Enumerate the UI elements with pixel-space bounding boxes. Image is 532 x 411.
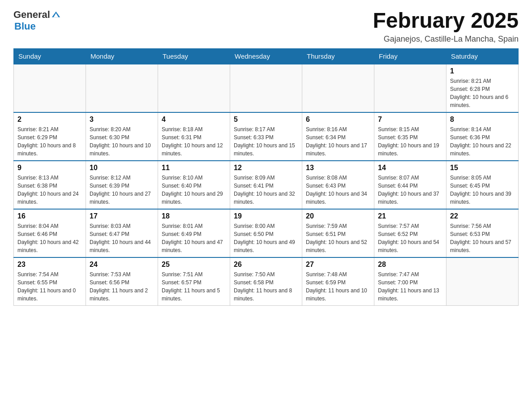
calendar-day: 25Sunrise: 7:51 AM Sunset: 6:57 PM Dayli… (158, 257, 230, 306)
col-sunday: Sunday (14, 48, 86, 64)
day-info: Sunrise: 8:10 AM Sunset: 6:40 PM Dayligh… (162, 174, 226, 206)
calendar-day: 20Sunrise: 7:59 AM Sunset: 6:51 PM Dayli… (302, 209, 374, 257)
day-number: 8 (450, 116, 515, 124)
day-number: 28 (378, 261, 442, 269)
day-number: 27 (306, 261, 370, 269)
day-info: Sunrise: 7:56 AM Sunset: 6:53 PM Dayligh… (450, 222, 515, 254)
calendar-day: 23Sunrise: 7:54 AM Sunset: 6:55 PM Dayli… (14, 257, 86, 306)
calendar-day: 3Sunrise: 8:20 AM Sunset: 6:30 PM Daylig… (86, 112, 158, 161)
day-number: 7 (378, 116, 442, 124)
calendar-week-row: 2Sunrise: 8:21 AM Sunset: 6:29 PM Daylig… (14, 112, 519, 161)
day-info: Sunrise: 8:16 AM Sunset: 6:34 PM Dayligh… (306, 125, 370, 158)
day-number: 18 (162, 212, 226, 220)
calendar-day: 4Sunrise: 8:18 AM Sunset: 6:31 PM Daylig… (158, 112, 230, 161)
calendar-week-row: 9Sunrise: 8:13 AM Sunset: 6:38 PM Daylig… (14, 161, 519, 209)
day-info: Sunrise: 7:59 AM Sunset: 6:51 PM Dayligh… (306, 222, 370, 254)
day-info: Sunrise: 8:20 AM Sunset: 6:30 PM Dayligh… (90, 125, 154, 158)
calendar-day: 6Sunrise: 8:16 AM Sunset: 6:34 PM Daylig… (302, 112, 374, 161)
col-monday: Monday (86, 48, 158, 64)
day-info: Sunrise: 8:13 AM Sunset: 6:38 PM Dayligh… (17, 174, 82, 206)
day-info: Sunrise: 8:05 AM Sunset: 6:45 PM Dayligh… (450, 174, 515, 206)
title-block: February 2025 Gajanejos, Castille-La Man… (373, 9, 519, 44)
calendar-day: 5Sunrise: 8:17 AM Sunset: 6:33 PM Daylig… (230, 112, 302, 161)
day-info: Sunrise: 7:48 AM Sunset: 6:59 PM Dayligh… (306, 270, 370, 303)
calendar-day: 11Sunrise: 8:10 AM Sunset: 6:40 PM Dayli… (158, 161, 230, 209)
col-saturday: Saturday (446, 48, 519, 64)
calendar-week-row: 23Sunrise: 7:54 AM Sunset: 6:55 PM Dayli… (14, 257, 519, 306)
day-info: Sunrise: 7:54 AM Sunset: 6:55 PM Dayligh… (17, 270, 82, 303)
day-info: Sunrise: 8:00 AM Sunset: 6:50 PM Dayligh… (234, 222, 298, 254)
calendar-day: 18Sunrise: 8:01 AM Sunset: 6:49 PM Dayli… (158, 209, 230, 257)
calendar-day (446, 257, 519, 306)
col-tuesday: Tuesday (158, 48, 230, 64)
day-number: 23 (17, 261, 82, 269)
day-number: 11 (162, 164, 226, 172)
calendar-day (374, 64, 446, 112)
day-number: 12 (234, 164, 298, 172)
logo-blue-text: Blue (14, 21, 36, 32)
logo-icon (51, 10, 61, 20)
col-thursday: Thursday (302, 48, 374, 64)
day-info: Sunrise: 8:04 AM Sunset: 6:46 PM Dayligh… (17, 222, 82, 254)
day-info: Sunrise: 7:53 AM Sunset: 6:56 PM Dayligh… (90, 270, 154, 303)
day-info: Sunrise: 8:21 AM Sunset: 6:28 PM Dayligh… (450, 77, 515, 109)
logo-general-text: General (13, 9, 50, 21)
day-info: Sunrise: 8:07 AM Sunset: 6:44 PM Dayligh… (378, 174, 442, 206)
calendar-day: 28Sunrise: 7:47 AM Sunset: 7:00 PM Dayli… (374, 257, 446, 306)
day-info: Sunrise: 8:14 AM Sunset: 6:36 PM Dayligh… (450, 125, 515, 158)
day-number: 1 (450, 67, 515, 75)
calendar-header-row: Sunday Monday Tuesday Wednesday Thursday… (14, 48, 519, 64)
day-info: Sunrise: 7:47 AM Sunset: 7:00 PM Dayligh… (378, 270, 442, 303)
calendar-day: 17Sunrise: 8:03 AM Sunset: 6:47 PM Dayli… (86, 209, 158, 257)
calendar-day (230, 64, 302, 112)
calendar-day: 22Sunrise: 7:56 AM Sunset: 6:53 PM Dayli… (446, 209, 519, 257)
calendar-day: 2Sunrise: 8:21 AM Sunset: 6:29 PM Daylig… (14, 112, 86, 161)
day-number: 22 (450, 212, 515, 220)
calendar-day: 15Sunrise: 8:05 AM Sunset: 6:45 PM Dayli… (446, 161, 519, 209)
month-title: February 2025 (373, 9, 519, 33)
day-info: Sunrise: 7:50 AM Sunset: 6:58 PM Dayligh… (234, 270, 298, 303)
calendar-day: 1Sunrise: 8:21 AM Sunset: 6:28 PM Daylig… (446, 64, 519, 112)
day-info: Sunrise: 7:57 AM Sunset: 6:52 PM Dayligh… (378, 222, 442, 254)
day-info: Sunrise: 8:01 AM Sunset: 6:49 PM Dayligh… (162, 222, 226, 254)
day-number: 3 (90, 116, 154, 124)
day-info: Sunrise: 8:08 AM Sunset: 6:43 PM Dayligh… (306, 174, 370, 206)
day-info: Sunrise: 8:12 AM Sunset: 6:39 PM Dayligh… (90, 174, 154, 206)
day-info: Sunrise: 8:15 AM Sunset: 6:35 PM Dayligh… (378, 125, 442, 158)
calendar-day: 24Sunrise: 7:53 AM Sunset: 6:56 PM Dayli… (86, 257, 158, 306)
day-info: Sunrise: 7:51 AM Sunset: 6:57 PM Dayligh… (162, 270, 226, 303)
day-number: 20 (306, 212, 370, 220)
calendar-day: 8Sunrise: 8:14 AM Sunset: 6:36 PM Daylig… (446, 112, 519, 161)
day-info: Sunrise: 8:21 AM Sunset: 6:29 PM Dayligh… (17, 125, 82, 158)
calendar-day: 19Sunrise: 8:00 AM Sunset: 6:50 PM Dayli… (230, 209, 302, 257)
day-number: 25 (162, 261, 226, 269)
day-number: 15 (450, 164, 515, 172)
location-title: Gajanejos, Castille-La Mancha, Spain (373, 34, 519, 44)
calendar-day: 10Sunrise: 8:12 AM Sunset: 6:39 PM Dayli… (86, 161, 158, 209)
day-info: Sunrise: 8:03 AM Sunset: 6:47 PM Dayligh… (90, 222, 154, 254)
day-number: 5 (234, 116, 298, 124)
calendar-day: 14Sunrise: 8:07 AM Sunset: 6:44 PM Dayli… (374, 161, 446, 209)
calendar-day (302, 64, 374, 112)
page-header: General Blue February 2025 Gajanejos, Ca… (13, 9, 519, 44)
calendar-day: 26Sunrise: 7:50 AM Sunset: 6:58 PM Dayli… (230, 257, 302, 306)
day-info: Sunrise: 8:18 AM Sunset: 6:31 PM Dayligh… (162, 125, 226, 158)
day-number: 2 (17, 116, 82, 124)
day-info: Sunrise: 8:09 AM Sunset: 6:41 PM Dayligh… (234, 174, 298, 206)
day-number: 13 (306, 164, 370, 172)
calendar-day: 21Sunrise: 7:57 AM Sunset: 6:52 PM Dayli… (374, 209, 446, 257)
calendar-day: 7Sunrise: 8:15 AM Sunset: 6:35 PM Daylig… (374, 112, 446, 161)
calendar-day: 16Sunrise: 8:04 AM Sunset: 6:46 PM Dayli… (14, 209, 86, 257)
calendar-day: 9Sunrise: 8:13 AM Sunset: 6:38 PM Daylig… (14, 161, 86, 209)
calendar-day: 13Sunrise: 8:08 AM Sunset: 6:43 PM Dayli… (302, 161, 374, 209)
day-number: 19 (234, 212, 298, 220)
day-number: 9 (17, 164, 82, 172)
calendar-table: Sunday Monday Tuesday Wednesday Thursday… (13, 48, 519, 306)
calendar-day (14, 64, 86, 112)
logo: General Blue (13, 9, 61, 32)
calendar-week-row: 16Sunrise: 8:04 AM Sunset: 6:46 PM Dayli… (14, 209, 519, 257)
day-number: 26 (234, 261, 298, 269)
day-number: 16 (17, 212, 82, 220)
day-number: 6 (306, 116, 370, 124)
day-number: 24 (90, 261, 154, 269)
